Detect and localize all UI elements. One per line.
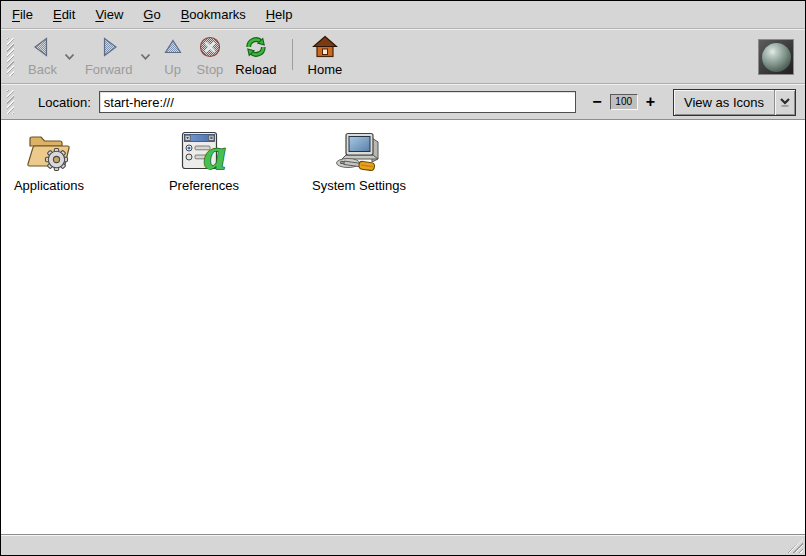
home-icon: [312, 33, 338, 61]
stop-icon: [198, 33, 222, 61]
reload-button-label: Reload: [235, 62, 276, 77]
menu-bookmarks-rest: ookmarks: [189, 7, 245, 22]
menu-file[interactable]: File: [2, 2, 43, 27]
menu-go-accel: G: [143, 7, 153, 22]
menu-edit-rest: dit: [62, 7, 76, 22]
back-button[interactable]: Back: [22, 32, 63, 82]
back-arrow-icon: [30, 33, 54, 61]
view-mode-label: View as Icons: [674, 95, 774, 110]
menu-go-rest: o: [153, 7, 160, 22]
location-input[interactable]: [99, 91, 577, 113]
menu-edit-accel: E: [53, 7, 62, 22]
forward-arrow-icon: [97, 33, 121, 61]
location-bar: Location: − 100 + View as Icons: [1, 84, 805, 120]
menu-bookmarks[interactable]: Bookmarks: [171, 2, 256, 27]
menu-help[interactable]: Help: [256, 2, 303, 27]
file-manager-window: File Edit View Go Bookmarks Help Back Fo…: [0, 0, 806, 556]
sphere-throbber-icon: [762, 43, 791, 72]
icon-label-applications: Applications: [14, 178, 84, 193]
stop-button[interactable]: Stop: [191, 32, 230, 82]
locationbar-drag-grip[interactable]: [7, 90, 14, 114]
desktop-item-preferences[interactable]: a Preferences: [156, 129, 252, 193]
up-arrow-icon: [161, 33, 185, 61]
icon-label-system-settings: System Settings: [312, 178, 406, 193]
preferences-a-glyph: a: [204, 130, 226, 175]
computer-screwdriver-icon: [334, 129, 384, 175]
back-button-label: Back: [28, 62, 57, 77]
desktop-item-applications[interactable]: Applications: [1, 129, 97, 193]
menu-help-accel: H: [266, 7, 275, 22]
home-button-label: Home: [308, 62, 343, 77]
stop-button-label: Stop: [197, 62, 224, 77]
toolbar-separator: [292, 39, 293, 70]
toolbar-drag-grip[interactable]: [7, 38, 14, 76]
menu-file-accel: F: [12, 7, 20, 22]
icon-view: Applications a Preferences: [1, 120, 805, 534]
menu-file-rest: ile: [20, 7, 33, 22]
chevron-down-icon: [64, 53, 75, 61]
menubar: File Edit View Go Bookmarks Help: [1, 1, 805, 29]
view-mode-dropdown[interactable]: View as Icons: [673, 89, 796, 116]
menu-view[interactable]: View: [85, 2, 133, 27]
chevron-down-icon: [140, 53, 151, 61]
zoom-in-button[interactable]: +: [642, 94, 659, 110]
throbber: [758, 39, 794, 75]
reload-icon: [243, 33, 269, 61]
resize-grip[interactable]: [787, 539, 803, 553]
back-history-dropdown[interactable]: [63, 53, 76, 61]
forward-button-label: Forward: [85, 62, 133, 77]
preferences-window-icon: a: [179, 129, 229, 175]
menu-view-rest: iew: [104, 7, 124, 22]
home-button[interactable]: Home: [302, 32, 349, 82]
location-label: Location:: [38, 95, 91, 110]
menu-view-accel: V: [95, 7, 103, 22]
toolbar: Back Forward Up: [1, 29, 805, 84]
forward-history-dropdown[interactable]: [139, 53, 152, 61]
option-menu-indicator-icon: [775, 97, 795, 108]
applications-folder-gear-icon: [24, 129, 74, 175]
up-button-label: Up: [164, 62, 181, 77]
icon-label-preferences: Preferences: [169, 178, 239, 193]
zoom-out-button[interactable]: −: [588, 94, 605, 110]
menu-edit[interactable]: Edit: [43, 2, 85, 27]
menu-go[interactable]: Go: [133, 2, 170, 27]
status-bar: [1, 534, 805, 555]
menu-help-rest: elp: [275, 7, 292, 22]
zoom-level-indicator: 100: [610, 94, 638, 110]
forward-button[interactable]: Forward: [79, 32, 139, 82]
reload-button[interactable]: Reload: [229, 32, 282, 82]
up-button[interactable]: Up: [155, 32, 191, 82]
desktop-item-system-settings[interactable]: System Settings: [311, 129, 407, 193]
